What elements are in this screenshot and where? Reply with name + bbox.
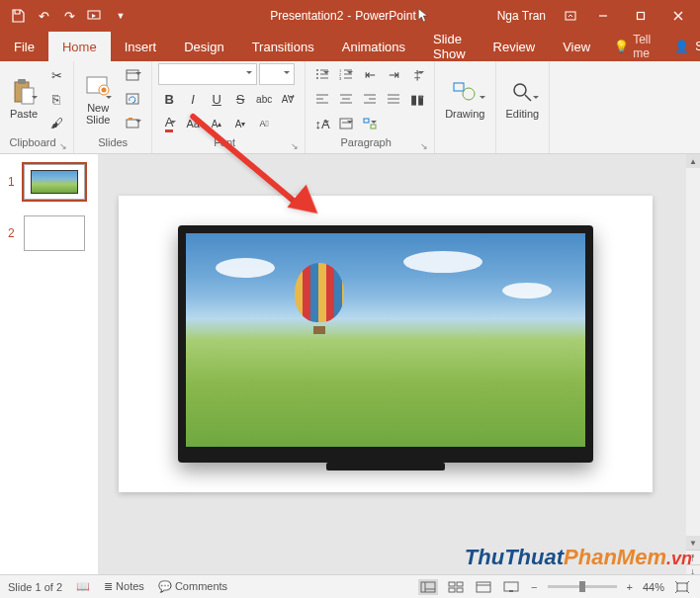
font-launcher[interactable]: ↘ xyxy=(291,141,299,151)
align-center-button[interactable] xyxy=(335,88,357,110)
tab-review[interactable]: Review xyxy=(480,32,550,61)
bold-button[interactable]: B xyxy=(158,88,180,110)
shadow-button[interactable]: abc xyxy=(253,88,275,110)
zoom-slider[interactable] xyxy=(548,585,617,588)
format-painter-button[interactable]: 🖌 xyxy=(45,112,67,133)
decrease-font-button[interactable]: A▾ xyxy=(229,113,251,134)
qat-customize-dropdown[interactable]: ▼ xyxy=(111,6,131,26)
align-right-button[interactable] xyxy=(359,88,381,110)
notes-button[interactable]: ≣ Notes xyxy=(104,580,144,593)
start-from-beginning-button[interactable] xyxy=(85,6,105,26)
quick-access-toolbar: ↶ ↷ ▼ xyxy=(0,6,131,26)
text-direction-button[interactable]: ↕A xyxy=(311,113,333,134)
lightbulb-icon: 💡 xyxy=(614,40,629,53)
new-slide-icon xyxy=(84,72,112,100)
redo-button[interactable]: ↷ xyxy=(59,6,79,26)
ribbon-display-options-button[interactable] xyxy=(558,2,583,30)
vertical-scrollbar[interactable]: ▲ ▼ ⭱ ⭳ xyxy=(686,154,700,579)
reading-view-button[interactable] xyxy=(474,579,493,595)
svg-line-46 xyxy=(525,95,531,101)
scroll-up-button[interactable]: ▲ xyxy=(686,154,700,168)
group-drawing: Drawing xyxy=(435,61,495,153)
clipboard-launcher[interactable]: ↘ xyxy=(59,141,67,151)
line-spacing-button[interactable]: ‡ xyxy=(406,63,428,85)
tab-slideshow[interactable]: Slide Show xyxy=(419,32,480,61)
svg-rect-10 xyxy=(127,70,138,80)
copy-button[interactable]: ⎘ xyxy=(45,88,67,110)
drawing-icon xyxy=(451,78,479,106)
tab-transitions[interactable]: Transitions xyxy=(238,32,328,61)
justify-button[interactable] xyxy=(383,88,404,110)
prev-slide-button[interactable]: ⭱ xyxy=(686,550,700,564)
bullets-button[interactable] xyxy=(311,63,333,85)
tab-animations[interactable]: Animations xyxy=(328,32,419,61)
tv-image[interactable] xyxy=(178,225,593,463)
slide-thumbnail-2[interactable]: 2 xyxy=(8,215,90,251)
maximize-button[interactable] xyxy=(623,2,658,30)
align-left-button[interactable] xyxy=(311,88,333,110)
increase-indent-button[interactable]: ⇥ xyxy=(383,63,404,85)
window-title: Presentation2 - PowerPoint xyxy=(270,8,429,24)
svg-rect-3 xyxy=(638,13,645,20)
paragraph-label: Paragraph xyxy=(311,134,420,151)
find-icon xyxy=(508,78,536,106)
share-button[interactable]: 👤Share xyxy=(660,32,700,61)
underline-button[interactable]: U xyxy=(206,88,227,110)
decrease-indent-button[interactable]: ⇤ xyxy=(359,63,381,85)
font-color-button[interactable]: A xyxy=(158,113,180,134)
italic-button[interactable]: I xyxy=(182,88,204,110)
slide-canvas[interactable] xyxy=(119,196,653,492)
smartart-button[interactable] xyxy=(359,113,381,134)
group-font: B I U S abc AV A Aa A▴ A▾ A⃠ Font↘ xyxy=(152,61,306,153)
cut-button[interactable]: ✂ xyxy=(45,64,67,86)
svg-point-17 xyxy=(316,73,318,75)
font-size-select[interactable] xyxy=(259,63,295,85)
tell-me-search[interactable]: 💡Tell me xyxy=(604,32,660,61)
slide-canvas-area[interactable]: ▲ ▼ ⭱ ⭳ xyxy=(99,154,700,579)
paragraph-launcher[interactable]: ↘ xyxy=(420,141,428,151)
zoom-out-button[interactable]: − xyxy=(529,581,539,593)
drawing-button[interactable]: Drawing xyxy=(441,76,488,122)
spell-check-icon[interactable]: 📖 xyxy=(76,580,90,593)
tab-view[interactable]: View xyxy=(549,32,604,61)
tab-design[interactable]: Design xyxy=(170,32,237,61)
zoom-level[interactable]: 44% xyxy=(643,581,664,593)
tab-file[interactable]: File xyxy=(0,32,48,61)
strikethrough-button[interactable]: S xyxy=(229,88,251,110)
svg-rect-1 xyxy=(566,12,575,20)
paste-button[interactable]: Paste xyxy=(6,76,42,122)
svg-rect-43 xyxy=(454,83,464,91)
scroll-down-button[interactable]: ▼ xyxy=(686,536,700,550)
user-name[interactable]: Nga Tran xyxy=(487,9,556,23)
reset-button[interactable] xyxy=(120,88,145,110)
tab-home[interactable]: Home xyxy=(48,32,111,61)
slideshow-view-button[interactable] xyxy=(501,579,521,595)
layout-button[interactable] xyxy=(120,64,145,86)
close-button[interactable] xyxy=(660,2,696,30)
new-slide-button[interactable]: New Slide xyxy=(80,70,116,128)
numbering-button[interactable]: 123 xyxy=(335,63,357,85)
section-button[interactable] xyxy=(120,112,145,133)
group-paragraph: 123 ⇤ ⇥ ‡ ▮▮ ↕A Paragraph↘ xyxy=(306,61,435,153)
slide-indicator[interactable]: Slide 1 of 2 xyxy=(8,581,62,593)
ribbon-tabs: File Home Insert Design Transitions Anim… xyxy=(0,32,700,61)
tab-insert[interactable]: Insert xyxy=(111,32,171,61)
font-family-select[interactable] xyxy=(158,63,257,85)
normal-view-button[interactable] xyxy=(418,579,438,595)
comments-button[interactable]: 💬 Comments xyxy=(158,580,227,593)
paste-icon xyxy=(10,78,38,106)
svg-rect-5 xyxy=(18,79,26,84)
minimize-button[interactable] xyxy=(585,2,621,30)
work-area: 1 2 ▲ ▼ xyxy=(0,154,700,579)
zoom-in-button[interactable]: + xyxy=(625,581,635,593)
clear-format-button[interactable]: A⃠ xyxy=(253,113,275,134)
slide-thumbnail-1[interactable]: 1 xyxy=(8,164,90,200)
fit-to-window-button[interactable] xyxy=(672,579,692,595)
slide-sorter-button[interactable] xyxy=(446,579,466,595)
editing-button[interactable]: Editing xyxy=(502,76,544,122)
char-spacing-button[interactable]: AV xyxy=(277,88,299,110)
undo-button[interactable]: ↶ xyxy=(34,6,53,26)
columns-button[interactable]: ▮▮ xyxy=(406,88,428,110)
save-icon[interactable] xyxy=(8,6,28,26)
align-text-button[interactable] xyxy=(335,113,357,134)
